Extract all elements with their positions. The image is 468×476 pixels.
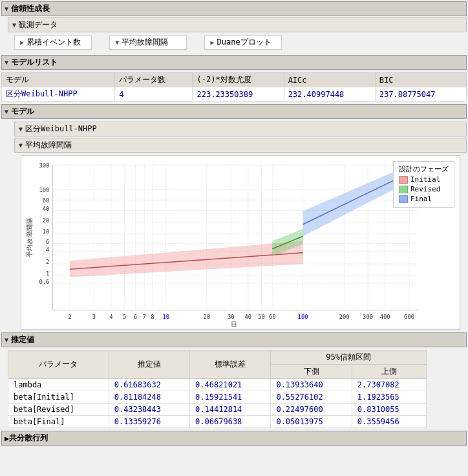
estimated-section: パラメータ 推定値 標準誤差 95%信頼区間 下側 上側 lambda 0.61… [1, 350, 467, 428]
cell-param-1: beta[Initial] [8, 391, 109, 404]
model-list-table: モデル パラメータ数 (-2)*対数尤度 AICc BIC 区分Weibull-… [1, 72, 467, 102]
cell-lower-0: 0.13933640 [271, 379, 352, 391]
observed-data-title: 観測データ [19, 19, 58, 30]
legend-title: 設計のフェーズ [399, 164, 449, 174]
triangle-icon: ▶ [5, 434, 9, 443]
svg-text:20: 20 [203, 314, 210, 320]
cell-lower-2: 0.22497600 [271, 404, 352, 416]
estimated-header[interactable]: ▼ 推定値 [1, 332, 467, 347]
cell-bic: 237.88775047 [375, 87, 466, 102]
triangle-icon: ▶ [20, 39, 24, 46]
cell-upper-1: 1.1923565 [352, 391, 426, 404]
cell-param-2: beta[Revised] [8, 404, 109, 416]
triangle-icon: ▼ [19, 125, 23, 133]
svg-text:3: 3 [92, 314, 96, 320]
model-list-header[interactable]: ▼ モデルリスト [1, 55, 467, 70]
svg-text:6: 6 [46, 238, 49, 244]
table-row: lambda 0.61683632 0.46821021 0.13933640 … [8, 379, 427, 391]
col-estimate-header: 推定値 [109, 351, 189, 379]
svg-text:100: 100 [39, 187, 49, 193]
col-bic: BIC [375, 73, 466, 87]
reliability-growth-title: 信頼性成長 [11, 3, 50, 14]
svg-text:4: 4 [109, 314, 112, 320]
legend-color-initial [399, 176, 408, 184]
svg-text:200: 200 [339, 314, 350, 320]
observed-data-header[interactable]: ▼ 観測データ [8, 17, 467, 32]
legend-item-final: Final [399, 195, 449, 203]
covariance-title: 共分散行列 [9, 433, 48, 444]
svg-text:平均故障間隔: 平均故障間隔 [26, 218, 33, 257]
triangle-icon-3: ▶ [210, 39, 214, 46]
svg-text:日: 日 [231, 321, 237, 327]
triangle-icon: ▼ [5, 59, 8, 66]
weibull-nhpp-header[interactable]: ▼ 区分Weibull-NHPP [14, 122, 467, 136]
col-stderr-header: 標準誤差 [190, 351, 271, 379]
svg-text:1: 1 [46, 270, 49, 277]
cell-param-3: beta[Final] [8, 416, 109, 428]
cell-model-name: 区分Weibull-NHPP [2, 87, 115, 102]
svg-text:8: 8 [151, 314, 154, 320]
table-row: beta[Revised] 0.43238443 0.14412814 0.22… [8, 404, 427, 416]
model-list-title: モデルリスト [11, 57, 58, 68]
legend-item-revised: Revised [399, 185, 449, 193]
cell-aicc: 232.40997448 [284, 87, 375, 102]
duane-plot-header[interactable]: ▶ Duaneプロット [204, 35, 282, 50]
svg-text:2: 2 [46, 259, 49, 265]
cell-param-0: lambda [8, 379, 109, 391]
covariance-header[interactable]: ▶ 共分散行列 [1, 431, 467, 446]
model-header[interactable]: ▼ モデル [1, 104, 467, 119]
cell-stderr-3: 0.06679638 [190, 416, 271, 428]
chart-legend: 設計のフェーズ Initial Revised Final [393, 161, 454, 208]
cell-loglik: 223.23350389 [193, 87, 284, 102]
reliability-growth-header[interactable]: ▼ 信頼性成長 [1, 1, 467, 16]
legend-label-revised: Revised [410, 185, 440, 193]
col-upper-header: 上側 [352, 365, 426, 379]
mean-failure-chart-header[interactable]: ▼ 平均故障間隔 [14, 138, 467, 153]
svg-text:300: 300 [39, 162, 49, 169]
svg-text:50: 50 [258, 314, 265, 320]
svg-text:0.6: 0.6 [39, 279, 49, 285]
cell-stderr-0: 0.46821021 [190, 379, 271, 391]
svg-text:5: 5 [123, 314, 126, 320]
svg-text:300: 300 [363, 314, 373, 320]
chart-container: 300 100 60 40 20 10 6 4 2 1 0.6 [21, 155, 460, 330]
svg-text:100: 100 [298, 314, 308, 320]
svg-text:10: 10 [162, 314, 169, 320]
col-lower-header: 下側 [271, 365, 352, 379]
weibull-nhpp-title: 区分Weibull-NHPP [25, 124, 97, 135]
cumulative-events-title: 累積イベント数 [27, 37, 81, 48]
svg-text:4: 4 [46, 246, 49, 253]
cell-estimate-3: 0.13359276 [109, 416, 189, 428]
cell-upper-2: 0.8310055 [352, 404, 426, 416]
col-ci-header: 95%信頼区間 [271, 351, 427, 365]
triangle-icon-2: ▼ [115, 39, 119, 46]
svg-text:40: 40 [244, 314, 251, 320]
col-aicc: AICc [284, 73, 375, 87]
col-model: モデル [2, 73, 115, 87]
triangle-icon: ▼ [5, 5, 8, 12]
triangle-icon: ▼ [19, 142, 23, 149]
cumulative-events-header[interactable]: ▶ 累積イベント数 [14, 35, 92, 50]
duane-plot-title: Duaneプロット [217, 37, 271, 48]
svg-text:40: 40 [43, 205, 50, 211]
svg-text:2: 2 [68, 314, 71, 320]
table-row: 区分Weibull-NHPP 4 223.23350389 232.409974… [2, 87, 467, 102]
svg-text:60: 60 [43, 197, 50, 204]
estimated-table: パラメータ 推定値 標準誤差 95%信頼区間 下側 上側 lambda 0.61… [8, 350, 427, 428]
cell-lower-3: 0.05013975 [271, 416, 352, 428]
legend-item-initial: Initial [399, 175, 449, 184]
weibull-nhpp-section: ▼ 区分Weibull-NHPP ▼ 平均故障間隔 [8, 122, 467, 330]
main-container: ▼ 信頼性成長 ▼ 観測データ ▶ 累積イベント数 ▼ 平均故障間隔 ▶ Dua… [0, 0, 468, 447]
svg-text:6: 6 [134, 314, 137, 320]
svg-text:400: 400 [380, 314, 390, 320]
mean-failure-interval-header[interactable]: ▼ 平均故障間隔 [109, 35, 187, 50]
svg-text:60: 60 [269, 314, 276, 320]
mean-failure-chart-title: 平均故障間隔 [25, 140, 72, 151]
triangle-icon: ▼ [5, 108, 8, 115]
chart-svg: 300 100 60 40 20 10 6 4 2 1 0.6 [24, 158, 457, 327]
cell-stderr-2: 0.14412814 [190, 404, 271, 416]
mean-failure-interval-title: 平均故障間隔 [122, 37, 168, 48]
estimated-title: 推定値 [11, 334, 34, 345]
cell-estimate-2: 0.43238443 [109, 404, 189, 416]
table-row: beta[Final] 0.13359276 0.06679638 0.0501… [8, 416, 427, 428]
